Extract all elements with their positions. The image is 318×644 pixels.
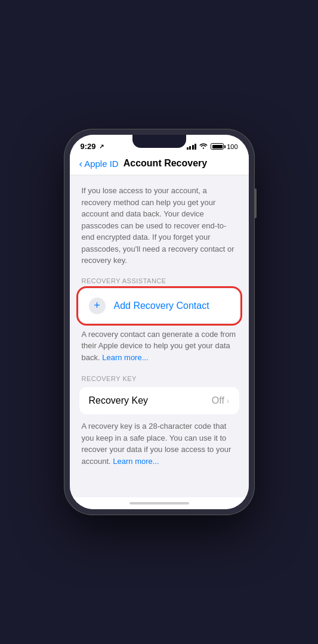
status-time: 9:29 (81, 142, 96, 151)
recovery-contact-help-text: A recovery contact can generate a code f… (79, 329, 239, 364)
recovery-key-label: Recovery Key (89, 395, 149, 406)
back-label: Apple ID (84, 159, 119, 169)
phone-shell: 9:29 ↗ (64, 129, 255, 515)
plus-symbol: + (94, 300, 100, 311)
recovery-key-button[interactable]: Recovery Key Off › (79, 387, 239, 414)
nav-bar: ‹ Apple ID Account Recovery (70, 154, 249, 175)
phone-screen: 9:29 ↗ (70, 135, 249, 509)
recovery-key-learn-more-link[interactable]: Learn more... (113, 457, 159, 466)
back-button[interactable]: ‹ Apple ID (79, 159, 119, 169)
description-text: If you lose access to your account, a re… (79, 185, 239, 267)
location-arrow-icon: ↗ (99, 143, 104, 150)
signal-bars-icon (187, 144, 197, 150)
content-area: If you lose access to your account, a re… (70, 175, 249, 497)
recovery-assistance-section-label: RECOVERY ASSISTANCE (79, 277, 239, 284)
status-icons: 100 (187, 143, 238, 151)
plus-circle-icon: + (89, 298, 106, 314)
wifi-icon (199, 143, 208, 151)
recovery-key-section-label: RECOVERY KEY (79, 375, 239, 382)
back-chevron-icon: ‹ (79, 159, 83, 169)
status-time-area: 9:29 ↗ (81, 142, 104, 151)
status-bar: 9:29 ↗ (70, 135, 249, 154)
add-recovery-contact-label: Add Recovery Contact (114, 301, 209, 311)
add-recovery-contact-button[interactable]: + Add Recovery Contact (79, 289, 239, 323)
battery-icon (211, 143, 224, 150)
battery-percent: 100 (227, 143, 237, 150)
home-bar (129, 502, 189, 504)
notch (132, 135, 186, 148)
recovery-key-status-value: Off (212, 395, 224, 406)
chevron-right-icon: › (227, 396, 230, 405)
recovery-contact-learn-more-link[interactable]: Learn more... (102, 353, 148, 362)
recovery-key-status: Off › (212, 395, 230, 406)
home-indicator (70, 497, 249, 509)
page-title: Account Recovery (124, 158, 239, 169)
recovery-key-help-text: A recovery key is a 28-character code th… (79, 420, 239, 467)
